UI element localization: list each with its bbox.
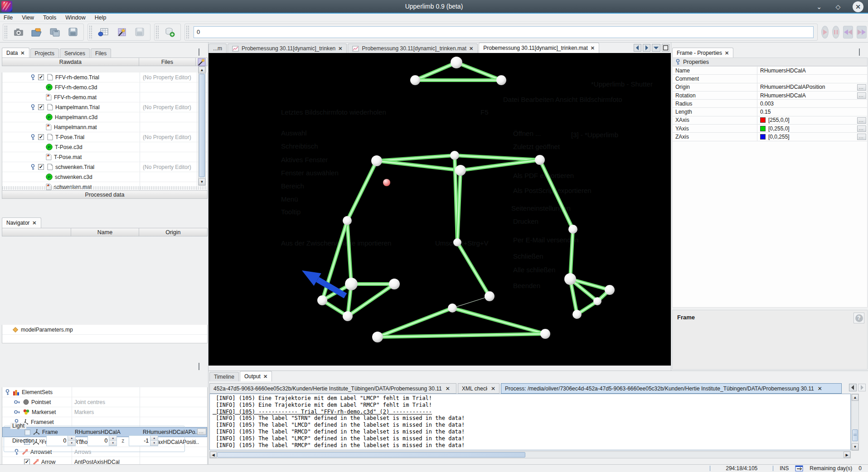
property-row[interactable]: XAxis[255,0,0]... [673,116,867,125]
save-icon[interactable] [66,25,80,39]
tab-services[interactable]: Services [60,48,90,58]
scroll-down-icon[interactable]: ▼ [199,178,205,185]
fast-forward-button[interactable] [857,26,867,39]
marker-sphere-LB[interactable] [389,279,400,289]
scroll-right-icon[interactable]: ▶ [844,452,850,458]
property-row[interactable]: Comment [673,75,867,83]
tree-row[interactable]: Hampelmann.mat [2,122,207,132]
marker-sphere-LS[interactable] [371,155,382,166]
tab-navigator[interactable]: Navigator ✕ [2,217,41,228]
tree-row[interactable]: PT-Pose.c3d [2,142,207,152]
key-expander-icon[interactable] [675,59,680,65]
navigator-column-header[interactable] [2,228,71,236]
red-marker-sphere[interactable] [383,179,390,186]
tab-probemessung-30-11-dynamic-trinken[interactable]: Probemessung 30.11[dynamic]_trinken✕ [228,43,347,53]
key-expander-icon[interactable] [30,134,35,140]
spin-up-icon[interactable]: ▲ [109,436,116,441]
tab-probemessung-30-11-dynamic-trinken-mat[interactable]: Probemessung 30.11[dynamic]_trinken.mat✕ [479,43,599,53]
process-tab[interactable]: Process: /media/oliver/7306ec4d-452a-47d… [501,383,842,394]
marker-sphere-Q[interactable] [372,332,383,342]
property-edit-button[interactable]: ... [857,92,866,99]
menu-tools[interactable]: Tools [43,14,56,21]
open-folder-icon[interactable] [30,25,44,39]
close-tab-icon[interactable]: ✕ [491,385,495,392]
light-y-input[interactable] [88,438,109,444]
checkbox[interactable]: ✓ [38,74,44,80]
scrollbar-thumb[interactable] [199,74,205,177]
close-tab-icon[interactable]: ✕ [591,45,595,51]
rawdata-scrollbar[interactable]: ▲ ▼ [198,66,206,186]
property-edit-button[interactable]: ... [857,84,866,91]
scroll-up-icon[interactable]: ▲ [199,67,205,73]
close-window-icon[interactable]: ✕ [853,1,863,12]
property-edit-button[interactable]: ... [857,134,866,140]
log-output[interactable]: [INFO] (105) Eine Trajektorie mit dem La… [209,394,851,450]
pause-button[interactable] [832,26,839,39]
minimize-window-icon[interactable]: ⌄ [815,2,824,11]
close-tab-icon[interactable]: ✕ [469,46,473,52]
process-tab-scroll-left-icon[interactable] [849,384,857,391]
property-row[interactable]: ZAxis[0,0,255]... [673,133,867,141]
scrollbar-thumb[interactable] [852,429,858,441]
marker-sphere-M2[interactable] [485,291,495,301]
light-x-input[interactable] [47,438,68,444]
key-expander-icon[interactable] [14,400,20,405]
rewind-button[interactable] [843,26,853,39]
tree-row[interactable]: PFFV-rh-demo.c3d [2,82,207,92]
tab-frame-properties[interactable]: Frame - Properties ✕ [672,48,733,58]
menu-file[interactable]: File [4,14,13,21]
scroll-left-icon[interactable]: ◀ [210,452,217,458]
processed-data-column-header[interactable]: Processed data [2,191,207,198]
minimize-panel-icon[interactable] [859,48,860,56]
tab-list-dropdown-icon[interactable] [652,44,660,52]
marker-sphere-LC[interactable] [317,295,327,305]
close-tab-icon[interactable]: ✕ [338,46,342,52]
marker-sphere-T1[interactable] [451,57,462,68]
maximize-window-icon[interactable]: ◇ [834,2,843,11]
marker-sphere-RE[interactable] [568,225,577,234]
files-column-header[interactable]: Files [139,58,196,66]
processed-item[interactable]: modelParameters.mp [2,325,207,335]
property-edit-button[interactable]: ... [857,125,866,132]
tab-probemessung-30-11-dynamic-trinken-mat[interactable]: Probemessung 30.11[dynamic]_trinken.mat✕ [348,43,478,53]
key-expander-icon[interactable] [30,104,35,111]
property-row[interactable]: Length0.15 [673,108,867,116]
marker-sphere-RS[interactable] [535,155,545,165]
help-button[interactable]: ? [853,313,864,323]
tree-row[interactable]: ✓FFV-rh-demo.Trial(No Property Editor) [2,72,207,82]
marker-sphere-LD[interactable] [343,311,353,321]
close-tab-icon[interactable]: ✕ [446,385,450,392]
key-expander-icon[interactable] [14,409,20,414]
process-tab[interactable]: XML check✕ [458,383,499,394]
tab--m[interactable]: ...m [209,43,227,53]
property-row[interactable]: Radius0.003 [673,100,867,108]
spin-up-icon[interactable]: ▲ [150,436,158,441]
navigator-row[interactable]: MarkersetMarkers [2,407,207,417]
save-all-icon[interactable] [48,25,62,39]
spin-down-icon[interactable]: ▼ [68,441,75,446]
menu-window[interactable]: Window [65,14,85,21]
marker-sphere-CT[interactable] [450,151,459,160]
marker-sphere-T3[interactable] [496,75,506,85]
tree-row[interactable]: Pschwenken.c3d [2,172,207,182]
tab-files[interactable]: Files [91,48,111,58]
tab-data[interactable]: Data✕ [2,48,29,58]
marker-sphere-RF[interactable] [605,285,615,295]
key-expander-icon[interactable] [5,389,10,395]
menu-view[interactable]: View [22,14,34,21]
tree-row[interactable]: ✓Hampelmann.Trial(No Property Editor) [2,102,207,112]
scroll-down-icon[interactable]: ▼ [852,443,858,450]
wizard-header-icon[interactable] [196,58,207,66]
marker-sphere-CC[interactable] [455,165,466,176]
origin-column-header[interactable]: Origin [139,228,207,236]
table-export-icon[interactable] [97,25,110,39]
marker-sphere-RH[interactable] [572,310,582,319]
close-tab-icon[interactable]: ✕ [32,220,36,226]
menu-help[interactable]: Help [95,14,107,21]
edit-origin-button[interactable]: ... [197,429,206,435]
scrollbar-thumb[interactable] [217,452,525,458]
light-z-input[interactable] [129,438,150,444]
save-disabled-icon[interactable] [133,25,146,39]
process-tab-scroll-right-icon[interactable] [858,384,866,391]
marker-sphere-RA[interactable] [564,273,576,285]
